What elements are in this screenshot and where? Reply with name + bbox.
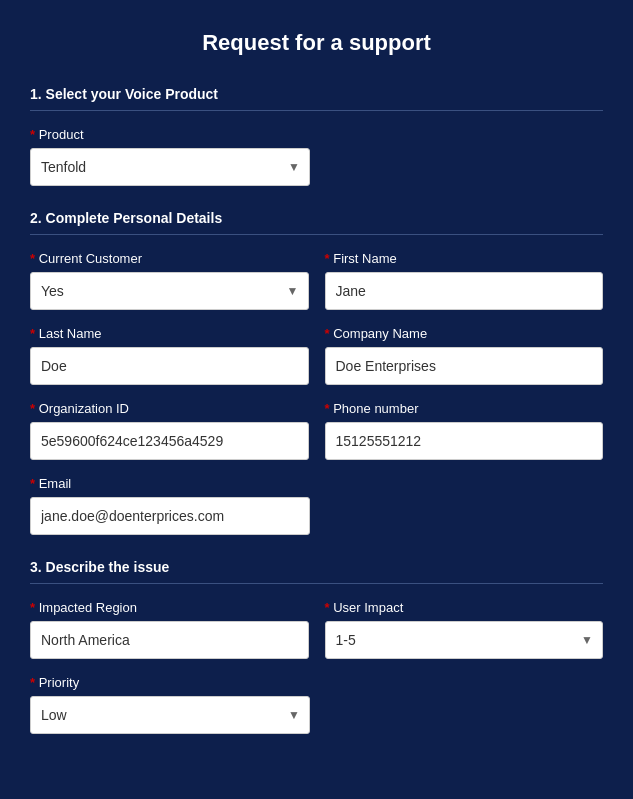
row-customer-firstname: * Current Customer Yes No ▼ * First Name bbox=[30, 251, 603, 310]
phone-input[interactable] bbox=[325, 422, 604, 460]
priority-label: * Priority bbox=[30, 675, 603, 690]
first-name-star: * bbox=[325, 251, 330, 266]
current-customer-select[interactable]: Yes No bbox=[30, 272, 309, 310]
phone-star: * bbox=[325, 401, 330, 416]
impacted-region-group: * Impacted Region bbox=[30, 600, 309, 659]
product-select[interactable]: Tenfold Other bbox=[30, 148, 310, 186]
impacted-region-input[interactable] bbox=[30, 621, 309, 659]
user-impact-group: * User Impact 1-5 6-10 11-20 20+ ▼ bbox=[325, 600, 604, 659]
row-orgid-phone: * Organization ID * Phone number bbox=[30, 401, 603, 460]
phone-group: * Phone number bbox=[325, 401, 604, 460]
product-field-group: * Product Tenfold Other ▼ bbox=[30, 127, 603, 186]
row-lastname-company: * Last Name * Company Name bbox=[30, 326, 603, 385]
org-id-label: * Organization ID bbox=[30, 401, 309, 416]
row-region-impact: * Impacted Region * User Impact 1-5 6-10… bbox=[30, 600, 603, 659]
company-name-group: * Company Name bbox=[325, 326, 604, 385]
priority-field-group: * Priority Low Medium High Critical ▼ bbox=[30, 675, 603, 734]
last-name-group: * Last Name bbox=[30, 326, 309, 385]
user-impact-label: * User Impact bbox=[325, 600, 604, 615]
impacted-region-star: * bbox=[30, 600, 35, 615]
email-star: * bbox=[30, 476, 35, 491]
email-label: * Email bbox=[30, 476, 603, 491]
current-customer-star: * bbox=[30, 251, 35, 266]
email-input[interactable] bbox=[30, 497, 310, 535]
section-2: 2. Complete Personal Details * Current C… bbox=[30, 210, 603, 535]
first-name-label: * First Name bbox=[325, 251, 604, 266]
first-name-group: * First Name bbox=[325, 251, 604, 310]
section-3-header: 3. Describe the issue bbox=[30, 559, 603, 584]
section-2-header: 2. Complete Personal Details bbox=[30, 210, 603, 235]
phone-label: * Phone number bbox=[325, 401, 604, 416]
first-name-input[interactable] bbox=[325, 272, 604, 310]
company-name-label: * Company Name bbox=[325, 326, 604, 341]
impacted-region-label: * Impacted Region bbox=[30, 600, 309, 615]
user-impact-select[interactable]: 1-5 6-10 11-20 20+ bbox=[325, 621, 604, 659]
priority-star: * bbox=[30, 675, 35, 690]
org-id-input[interactable] bbox=[30, 422, 309, 460]
priority-select-wrapper: Low Medium High Critical ▼ bbox=[30, 696, 310, 734]
user-impact-select-wrapper: 1-5 6-10 11-20 20+ ▼ bbox=[325, 621, 604, 659]
org-id-star: * bbox=[30, 401, 35, 416]
current-customer-select-wrapper: Yes No ▼ bbox=[30, 272, 309, 310]
current-customer-group: * Current Customer Yes No ▼ bbox=[30, 251, 309, 310]
user-impact-star: * bbox=[325, 600, 330, 615]
section-1: 1. Select your Voice Product * Product T… bbox=[30, 86, 603, 186]
product-required-star: * bbox=[30, 127, 35, 142]
section-1-header: 1. Select your Voice Product bbox=[30, 86, 603, 111]
last-name-star: * bbox=[30, 326, 35, 341]
product-label: * Product bbox=[30, 127, 603, 142]
company-name-star: * bbox=[325, 326, 330, 341]
last-name-label: * Last Name bbox=[30, 326, 309, 341]
last-name-input[interactable] bbox=[30, 347, 309, 385]
org-id-group: * Organization ID bbox=[30, 401, 309, 460]
email-input-wrapper bbox=[30, 497, 310, 535]
priority-select[interactable]: Low Medium High Critical bbox=[30, 696, 310, 734]
page-container: Request for a support 1. Select your Voi… bbox=[0, 0, 633, 798]
company-name-input[interactable] bbox=[325, 347, 604, 385]
product-select-wrapper: Tenfold Other ▼ bbox=[30, 148, 310, 186]
current-customer-label: * Current Customer bbox=[30, 251, 309, 266]
section-3: 3. Describe the issue * Impacted Region … bbox=[30, 559, 603, 734]
email-field-group: * Email bbox=[30, 476, 603, 535]
page-title: Request for a support bbox=[30, 20, 603, 56]
